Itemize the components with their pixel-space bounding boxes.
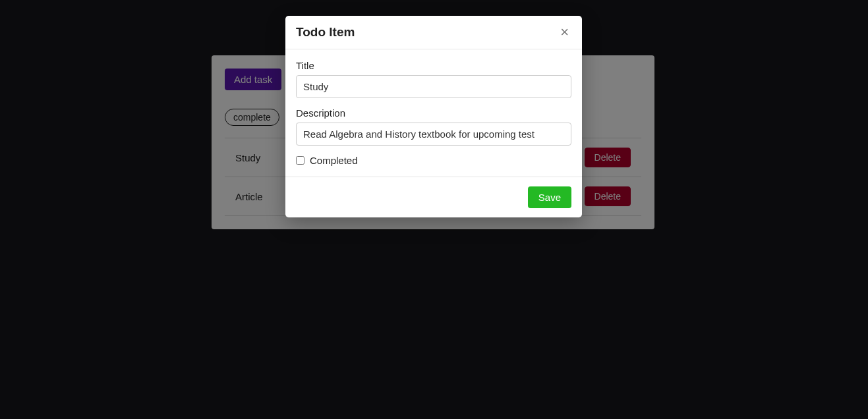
title-form-group: Title [296, 60, 571, 98]
description-form-group: Description [296, 107, 571, 146]
modal-title: Todo Item [296, 25, 355, 40]
title-label: Title [296, 60, 571, 71]
title-input[interactable] [296, 75, 571, 98]
description-label: Description [296, 107, 571, 119]
close-icon[interactable]: × [558, 25, 571, 40]
description-input[interactable] [296, 123, 571, 146]
modal-header: Todo Item × [285, 16, 582, 49]
completed-form-check: Completed [296, 155, 571, 166]
completed-label: Completed [310, 155, 358, 166]
todo-item-modal: Todo Item × Title Description Completed … [285, 16, 582, 217]
modal-body: Title Description Completed [285, 49, 582, 177]
modal-footer: Save [285, 177, 582, 217]
completed-checkbox[interactable] [296, 156, 304, 165]
save-button[interactable]: Save [528, 186, 571, 208]
